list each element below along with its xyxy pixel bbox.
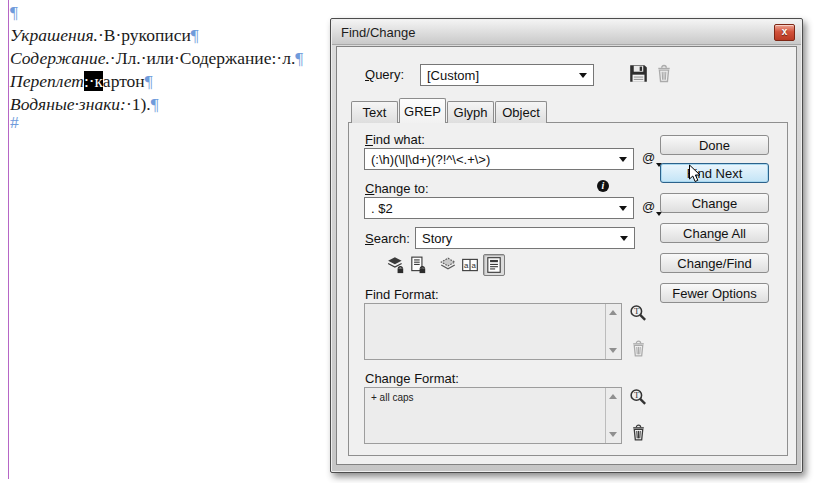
change-to-input[interactable]: . $2: [364, 197, 634, 219]
text-run: ·Лл.·или·Содержание:·л.: [110, 48, 295, 68]
include-locked-layers-icon[interactable]: [387, 256, 407, 276]
hidden-character-marker: ¶: [295, 48, 303, 68]
grep-tab-panel: Find what: (:\h)(\l|\d+)(?!^\<.+\>) @ Ch…: [348, 122, 788, 456]
chevron-down-icon[interactable]: [619, 206, 627, 211]
svg-text:a: a: [464, 261, 469, 270]
query-label: Query:: [365, 67, 404, 82]
include-footnotes-icon[interactable]: [483, 254, 505, 276]
dialog-title: Find/Change: [341, 25, 415, 40]
text-run: ·1).: [126, 94, 151, 114]
change-find-button[interactable]: Change/Find: [660, 253, 769, 273]
clear-find-attributes-trash-icon[interactable]: [631, 340, 646, 361]
done-button[interactable]: Done: [660, 135, 769, 155]
find-what-value: (:\h)(\l|\d+)(?!^\<.+\>): [371, 152, 490, 167]
find-change-dialog: Find/Change x Query: [Custom]: [330, 18, 803, 473]
document-text-frame[interactable]: ¶Украшения.·В·рукописи¶Содержание.·Лл.·и…: [10, 0, 330, 140]
chevron-down-icon: [579, 73, 587, 78]
find-format-label: Find Format:: [365, 287, 439, 302]
text-run: ·В·рукописи: [98, 25, 191, 45]
find-format-list[interactable]: [364, 303, 622, 360]
change-format-list[interactable]: + all caps: [364, 387, 622, 444]
fewer-options-button[interactable]: Fewer Options: [660, 283, 769, 303]
text-run: Украшения.: [10, 25, 98, 45]
svg-text:a: a: [471, 261, 476, 270]
svg-text:T: T: [634, 306, 640, 316]
text-run: Содержание.: [10, 48, 110, 68]
selected-text: :·к: [84, 71, 103, 91]
scroll-down-icon[interactable]: [609, 432, 617, 437]
hidden-character-marker: ¶: [191, 25, 199, 45]
document-line: #: [10, 111, 19, 133]
include-locked-stories-icon[interactable]: [409, 256, 429, 276]
document-line: ¶: [10, 1, 18, 23]
dialog-client-area: Query: [Custom]: [336, 46, 797, 465]
svg-text:T: T: [634, 390, 640, 400]
hidden-character-marker: ¶: [145, 71, 153, 91]
search-label: Search:: [365, 231, 410, 246]
save-query-icon[interactable]: [629, 64, 648, 87]
query-value: [Custom]: [427, 68, 479, 83]
mouse-cursor-icon: [688, 164, 702, 188]
tab-glyph[interactable]: Glyph: [447, 101, 494, 123]
document-line: Содержание.·Лл.·или·Содержание:·л.¶: [10, 47, 303, 69]
change-to-label: Change to:: [365, 181, 429, 196]
info-icon: i: [597, 180, 609, 192]
find-what-label: Find what:: [365, 132, 425, 147]
document-line: Украшения.·В·рукописи¶: [10, 24, 199, 46]
text-run: артон: [103, 71, 145, 91]
chevron-down-icon: [620, 236, 628, 241]
change-format-value: + all caps: [371, 392, 414, 403]
clear-change-attributes-trash-icon[interactable]: [631, 424, 646, 445]
tab-object[interactable]: Object: [495, 101, 547, 123]
specify-change-attributes-icon[interactable]: T: [629, 388, 648, 411]
change-to-value: . $2: [371, 201, 393, 216]
find-special-characters-menu-icon[interactable]: @: [642, 150, 662, 170]
hidden-character-marker: ¶: [151, 94, 159, 114]
change-format-scrollbar: [605, 388, 621, 443]
change-button[interactable]: Change: [660, 193, 769, 213]
margin-guide-line: [8, 0, 9, 479]
delete-query-trash-icon[interactable]: [656, 64, 672, 87]
hidden-character-marker: #: [10, 112, 19, 132]
tab-grep[interactable]: GREP: [399, 98, 446, 123]
find-next-button[interactable]: Find Next: [660, 163, 769, 183]
chevron-down-icon[interactable]: [619, 157, 627, 162]
text-run: Водяные·знаки:: [10, 94, 126, 114]
find-format-scrollbar: [605, 304, 621, 359]
dialog-titlebar[interactable]: Find/Change: [332, 20, 801, 45]
scroll-down-icon[interactable]: [609, 348, 617, 353]
document-line: Переплет:·картон¶: [10, 70, 153, 92]
search-scope-dropdown[interactable]: Story: [415, 227, 635, 249]
close-icon[interactable]: x: [774, 24, 795, 41]
scroll-up-icon[interactable]: [609, 394, 617, 399]
text-run: Переплет: [10, 71, 84, 91]
specify-find-attributes-icon[interactable]: T: [629, 304, 648, 327]
change-format-label: Change Format:: [365, 371, 459, 386]
change-special-characters-menu-icon[interactable]: @: [642, 199, 662, 219]
scroll-up-icon[interactable]: [609, 310, 617, 315]
change-all-button[interactable]: Change All: [660, 223, 769, 243]
hidden-character-marker: ¶: [10, 2, 18, 22]
include-master-pages-icon[interactable]: a a: [461, 256, 481, 276]
find-what-input[interactable]: (:\h)(\l|\d+)(?!^\<.+\>): [364, 148, 634, 170]
search-scope-value: Story: [422, 231, 452, 246]
tab-text[interactable]: Text: [351, 101, 398, 123]
include-hidden-layers-icon[interactable]: [439, 256, 459, 276]
query-dropdown[interactable]: [Custom]: [420, 64, 594, 86]
document-line: Водяные·знаки:·1).¶: [10, 93, 159, 115]
tab-bar: Text GREP Glyph Object: [351, 98, 548, 123]
